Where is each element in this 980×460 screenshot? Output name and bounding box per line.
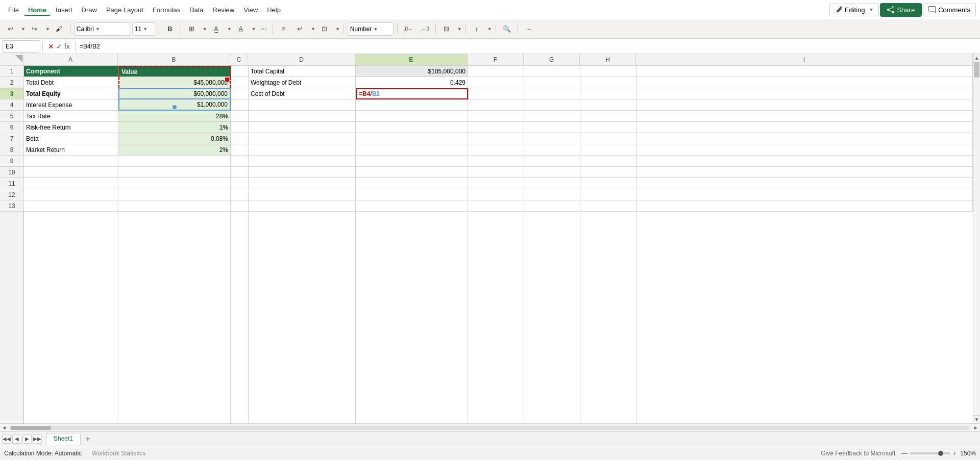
cell-a10[interactable] [24, 167, 118, 178]
cell-h1[interactable] [580, 66, 636, 77]
scrollbar-track[interactable] [973, 62, 980, 415]
cell-i13[interactable] [636, 200, 973, 212]
redo-button[interactable]: ↪ [28, 22, 42, 36]
horizontal-scrollbar[interactable]: ◄ ► [0, 423, 980, 431]
cell-h8[interactable] [580, 144, 636, 156]
cell-d1[interactable]: Total Capital [249, 66, 356, 77]
cell-a6[interactable]: Risk-free Return [24, 122, 118, 133]
cell-a7[interactable]: Beta [24, 133, 118, 144]
cell-a13[interactable] [24, 200, 118, 212]
scroll-thumb[interactable] [10, 426, 51, 430]
menu-review[interactable]: Review [209, 4, 239, 16]
copy-format-button[interactable]: 🖌 [52, 22, 66, 36]
cell-a4[interactable]: Interest Expense [24, 99, 118, 111]
cell-e12[interactable] [356, 189, 468, 200]
cell-e8[interactable] [356, 144, 468, 156]
cell-i6[interactable] [636, 122, 973, 133]
cell-a8[interactable]: Market Return [24, 144, 118, 156]
wrap-button[interactable]: ↵ [293, 22, 307, 36]
cell-d4[interactable] [249, 99, 356, 111]
sort-button[interactable]: ↕ [470, 22, 484, 36]
cell-e4[interactable] [356, 99, 468, 111]
row-header-11[interactable]: 11 [0, 178, 23, 189]
row-header-3[interactable]: 3 [0, 88, 23, 99]
row-header-7[interactable]: 7 [0, 133, 23, 144]
scrollbar-thumb-vertical[interactable] [974, 62, 979, 78]
undo-dropdown[interactable]: ▼ [21, 27, 26, 32]
cell-c1[interactable] [231, 66, 249, 77]
cell-g8[interactable] [524, 144, 580, 156]
cell-d5[interactable] [249, 111, 356, 122]
fill-color-button[interactable]: A̲ [209, 22, 224, 36]
cell-d7[interactable] [249, 133, 356, 144]
bold-button[interactable]: B [163, 22, 177, 36]
col-header-a[interactable]: A [23, 54, 118, 65]
cell-g13[interactable] [524, 200, 580, 212]
cell-b10[interactable] [118, 167, 231, 178]
row-header-4[interactable]: 4 [0, 99, 23, 111]
row-header-2[interactable]: 2 [0, 77, 23, 88]
cell-a12[interactable] [24, 189, 118, 200]
cell-e7[interactable] [356, 133, 468, 144]
cell-a3[interactable]: Total Equity [24, 88, 118, 99]
cell-b11[interactable] [118, 178, 231, 189]
cell-h10[interactable] [580, 167, 636, 178]
cell-e1[interactable]: $105,000,000 [356, 66, 468, 77]
cell-a5[interactable]: Tax Rate [24, 111, 118, 122]
align-button[interactable]: ≡ [277, 22, 291, 36]
cell-b1[interactable]: Value [118, 66, 231, 77]
cell-d6[interactable] [249, 122, 356, 133]
menu-view[interactable]: View [239, 4, 262, 16]
cell-d10[interactable] [249, 167, 356, 178]
cell-b6[interactable]: 1% [118, 122, 231, 133]
cell-i4[interactable] [636, 99, 973, 111]
font-color-button[interactable]: A [234, 22, 248, 36]
cell-c11[interactable] [231, 178, 249, 189]
scroll-right-arrow[interactable]: ► [972, 424, 980, 432]
cell-f12[interactable] [468, 189, 524, 200]
sheet-tab-sheet1[interactable]: Sheet1 [46, 433, 81, 445]
menu-draw[interactable]: Draw [78, 4, 101, 16]
cell-g4[interactable] [524, 99, 580, 111]
cell-g2[interactable] [524, 77, 580, 88]
cell-i10[interactable] [636, 167, 973, 178]
cell-f10[interactable] [468, 167, 524, 178]
cell-e10[interactable] [356, 167, 468, 178]
workbook-statistics[interactable]: Workbook Statistics [92, 450, 145, 457]
cell-i2[interactable] [636, 77, 973, 88]
cell-i3[interactable] [636, 88, 973, 99]
cell-f7[interactable] [468, 133, 524, 144]
menu-help[interactable]: Help [263, 4, 285, 16]
scroll-track[interactable] [10, 426, 970, 430]
cell-e2[interactable]: 0.429 [356, 77, 468, 88]
row-header-5[interactable]: 5 [0, 111, 23, 122]
cell-h7[interactable] [580, 133, 636, 144]
cell-h5[interactable] [580, 111, 636, 122]
menu-insert[interactable]: Insert [52, 4, 77, 16]
cell-a1[interactable]: Component [24, 66, 118, 77]
col-header-h[interactable]: H [580, 54, 636, 65]
cell-e13[interactable] [356, 200, 468, 212]
comments-button[interactable]: Comments [923, 4, 976, 16]
cell-d12[interactable] [249, 189, 356, 200]
cell-e11[interactable] [356, 178, 468, 189]
cell-d3[interactable]: Cost of Debt [249, 88, 356, 99]
cell-a2[interactable]: Total Debt [24, 77, 118, 88]
fill-dropdown[interactable]: ▼ [227, 27, 232, 32]
cell-d11[interactable] [249, 178, 356, 189]
cell-i5[interactable] [636, 111, 973, 122]
scrollbar-up-arrow[interactable]: ▲ [973, 54, 980, 62]
sheet-nav-prev[interactable]: ◀ [12, 435, 21, 444]
cell-c12[interactable] [231, 189, 249, 200]
cell-c3[interactable] [231, 88, 249, 99]
font-color-dropdown[interactable]: ▼ [252, 27, 256, 32]
cell-c7[interactable] [231, 133, 249, 144]
menu-home[interactable]: Home [24, 4, 51, 16]
sort-dropdown[interactable]: ▼ [487, 27, 492, 32]
cell-b2[interactable]: $45,000,000 [118, 77, 231, 88]
scroll-left-arrow[interactable]: ◄ [0, 424, 8, 432]
cell-g12[interactable] [524, 189, 580, 200]
cell-e6[interactable] [356, 122, 468, 133]
cell-b3[interactable]: $60,000,000 [118, 88, 231, 99]
cell-b12[interactable] [118, 189, 231, 200]
